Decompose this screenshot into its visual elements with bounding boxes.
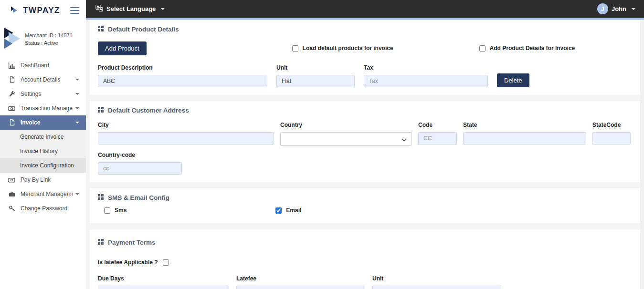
sidebar-subitem-invoice-history[interactable]: Invoice History <box>0 144 86 158</box>
product-description-input[interactable] <box>98 75 267 87</box>
bar-chart-icon <box>8 62 15 69</box>
chevron-down-icon <box>75 193 79 195</box>
tax-input[interactable] <box>364 75 488 87</box>
merchant-info: Merchant ID : 14571 Status : Active <box>0 21 86 58</box>
load-default-products-group: Load default products for invoice <box>292 45 393 52</box>
checkbox-label: Load default products for invoice <box>303 45 393 52</box>
briefcase-icon <box>8 191 15 198</box>
sidebar-item-merchant-management[interactable]: Merchant Management <box>0 187 86 201</box>
latefee-applicable-label: Is latefee Applicable ? <box>98 259 158 266</box>
vertical-scrollbar[interactable] <box>640 20 644 289</box>
section-payment-terms: Payment Terms Is latefee Applicable ? Du… <box>90 229 640 289</box>
sidebar-item-label: Account Details <box>21 76 73 83</box>
section-title: SMS & Email Config <box>108 194 169 201</box>
state-label: State <box>463 122 586 128</box>
merchant-logo-icon <box>4 28 21 52</box>
delete-button[interactable]: Delete <box>497 73 529 87</box>
sidebar-item-label: Change Password <box>21 205 79 212</box>
statecode-label: StateCode <box>592 122 631 128</box>
checkbox-label: Add Product Details for Invoice <box>490 45 575 52</box>
sidebar-item-label: DashBoard <box>21 62 79 69</box>
user-name: John <box>612 5 626 12</box>
sms-group: Sms <box>104 207 127 214</box>
copy-file-icon <box>8 76 15 83</box>
key-icon <box>8 205 15 212</box>
section-sms-email-config: SMS & Email Config Sms Email <box>90 188 640 223</box>
sidebar-subitem-generate-invoice[interactable]: Generate Invoice <box>0 130 86 144</box>
user-menu[interactable]: J John <box>597 3 635 14</box>
merchant-id: Merchant ID : 14571 <box>25 32 73 40</box>
sidebar-item-transaction-management[interactable]: Transaction Management <box>0 101 86 115</box>
add-product-details-group: Add Product Details for Invoice <box>479 45 575 52</box>
city-label: City <box>98 122 274 128</box>
email-group: Email <box>275 207 301 214</box>
sidebar-item-invoice[interactable]: Invoice <box>0 115 86 130</box>
chevron-down-icon <box>75 93 79 95</box>
sidebar-item-label: Transaction Management <box>21 105 73 112</box>
chevron-down-icon <box>161 8 165 10</box>
grid-icon <box>98 106 104 114</box>
checkbox-label: Sms <box>115 207 127 214</box>
brand-logo-icon <box>11 6 20 16</box>
chevron-down-icon <box>632 8 635 10</box>
subitem-label: Generate Invoice <box>20 134 63 140</box>
code-input[interactable] <box>418 132 457 144</box>
sidebar-item-pay-by-link[interactable]: Pay By Link <box>0 173 86 187</box>
sidebar-item-settings[interactable]: Settings <box>0 87 86 101</box>
latefee-applicable-checkbox[interactable] <box>163 259 169 266</box>
brand-name: TWPAYZ <box>23 6 60 15</box>
sidebar-item-label: Settings <box>21 91 73 97</box>
hamburger-menu-icon[interactable] <box>70 5 79 15</box>
statecode-input[interactable] <box>592 132 631 144</box>
sidebar-item-dashboard[interactable]: DashBoard <box>0 58 86 72</box>
header-accent-strip <box>86 18 644 20</box>
checkbox-label: Email <box>286 207 301 214</box>
product-description-label: Product Description <box>98 64 267 71</box>
add-product-button[interactable]: Add Product <box>98 41 147 55</box>
country-code-input[interactable] <box>98 162 182 175</box>
city-input[interactable] <box>98 132 274 144</box>
country-label: Country <box>280 122 412 128</box>
sms-checkbox[interactable] <box>104 207 110 214</box>
country-code-label: Country-code <box>98 152 182 158</box>
sidebar-item-label: Merchant Management <box>21 191 73 197</box>
avatar: J <box>597 3 608 14</box>
email-checkbox[interactable] <box>275 207 282 214</box>
state-input[interactable] <box>463 132 586 144</box>
topbar: Select Language J John <box>86 0 644 18</box>
subitem-label: Invoice Configuration <box>20 162 74 169</box>
section-title: Default Product Details <box>108 26 179 33</box>
grid-icon <box>98 193 104 202</box>
unit-label: Unit <box>276 64 355 71</box>
sidebar-item-change-password[interactable]: Change Password <box>0 201 86 216</box>
chevron-down-icon <box>75 122 79 124</box>
due-days-input[interactable] <box>98 286 229 289</box>
latefee-label: Latefee <box>236 275 365 282</box>
chevron-down-icon <box>75 107 79 109</box>
wrench-icon <box>8 91 15 98</box>
due-days-label: Due Days <box>98 275 229 282</box>
language-selector[interactable]: Select Language <box>95 4 165 13</box>
sidebar: TWPAYZ Merchant ID : 14571 Status : Acti… <box>0 0 86 289</box>
language-label: Select Language <box>106 5 156 12</box>
unit-label: Unit <box>372 275 501 282</box>
brand-header: TWPAYZ <box>0 0 86 21</box>
translate-icon <box>95 4 103 13</box>
cash-icon <box>8 176 15 184</box>
section-title: Default Customer Address <box>108 107 189 114</box>
unit-select[interactable]: Select unit <box>372 286 501 289</box>
tax-label: Tax <box>364 64 488 71</box>
subitem-label: Invoice History <box>20 148 58 155</box>
chevron-down-icon <box>401 135 407 144</box>
section-default-product-details: Default Product Details Add Product Load… <box>90 20 640 95</box>
add-product-details-checkbox[interactable] <box>479 45 486 52</box>
country-select[interactable] <box>280 132 412 146</box>
latefee-input[interactable] <box>236 286 365 289</box>
sidebar-item-label: Invoice <box>21 119 73 126</box>
chevron-down-icon <box>75 79 79 81</box>
unit-input[interactable] <box>276 75 355 87</box>
load-default-products-checkbox[interactable] <box>292 45 298 52</box>
grid-icon <box>98 238 104 247</box>
sidebar-subitem-invoice-configuration[interactable]: Invoice Configuration <box>0 158 86 173</box>
sidebar-item-account-details[interactable]: Account Details <box>0 72 86 87</box>
